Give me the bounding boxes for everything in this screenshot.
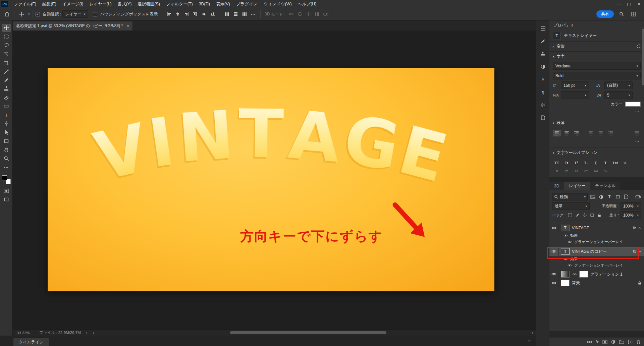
strikethrough-icon[interactable]: T — [601, 160, 609, 166]
blend-mode-dropdown[interactable]: 通常 ▾ — [552, 202, 590, 210]
quick-mask-icon[interactable] — [2, 187, 11, 195]
clone-source-icon[interactable] — [539, 51, 547, 57]
canvas-area[interactable]: V I N T A G E 方向キーで下にずらす — [13, 31, 536, 330]
layer-row-gradient[interactable]: グラデーション 1 — [549, 270, 644, 279]
visibility-eye-icon[interactable] — [549, 224, 559, 232]
menu-filter[interactable]: フィルター(T) — [163, 0, 196, 8]
collapse-effects-icon[interactable] — [638, 250, 641, 252]
all-caps-icon[interactable]: TT — [553, 160, 561, 166]
pen-tool[interactable] — [2, 120, 11, 128]
expand-panels-icon[interactable] — [539, 25, 547, 32]
share-button[interactable]: 共有 — [596, 10, 614, 18]
align-text-right-icon[interactable] — [572, 130, 580, 136]
transform-section-header[interactable]: ▸ 変形 — [549, 42, 644, 51]
align-text-center-icon[interactable] — [562, 130, 571, 136]
justify-last-right-icon[interactable] — [606, 130, 614, 136]
move-tool[interactable] — [2, 24, 11, 32]
lock-all-icon[interactable] — [597, 212, 602, 218]
ordinals-icon[interactable]: 1st — [611, 160, 619, 166]
edit-toolbar-icon[interactable] — [2, 163, 11, 171]
visibility-eye-icon[interactable] — [549, 270, 559, 279]
glyphs-panel-icon[interactable] — [539, 102, 547, 108]
horizontal-scrollbar[interactable] — [230, 331, 386, 334]
contextual-alternates-icon[interactable]: ct — [582, 168, 590, 174]
layer-name[interactable]: グラデーション 1 — [590, 272, 623, 277]
gradient-tool[interactable] — [2, 102, 11, 110]
libraries-panel-icon[interactable] — [539, 114, 547, 121]
tab-3d[interactable]: 3D — [549, 182, 564, 190]
home-icon[interactable] — [3, 10, 11, 18]
leading-dropdown[interactable]: (自動) ▾ — [604, 81, 633, 89]
font-style-dropdown[interactable]: Bold ▾ — [553, 72, 641, 79]
visibility-eye-icon[interactable] — [567, 240, 572, 243]
minimize-button[interactable]: — — [614, 0, 624, 8]
text-color-swatch[interactable] — [625, 102, 641, 107]
gradient-overlay-row[interactable]: グラデーションオーバーレイ — [549, 239, 644, 245]
tab-channels[interactable]: チャンネル — [590, 182, 621, 190]
timeline-menu-icon[interactable]: ≡ — [528, 338, 531, 344]
bounding-box-checkbox[interactable]: . — [93, 12, 97, 16]
effects-row[interactable]: 効果 — [549, 232, 644, 239]
character-section-header[interactable]: ▾ 文字 — [549, 52, 644, 61]
distribute-vertical-icon[interactable] — [231, 10, 240, 18]
layer-filter-dropdown[interactable]: 種類 ▾ — [552, 193, 588, 200]
distribute-spacing-icon[interactable] — [240, 10, 249, 18]
menu-type[interactable]: 書式(Y) — [115, 0, 135, 8]
maximize-button[interactable]: ▢ — [624, 0, 634, 8]
add-layer-style-icon[interactable]: fx — [596, 340, 599, 344]
visibility-eye-icon[interactable] — [563, 234, 568, 237]
zoom-level[interactable]: 33.33% — [17, 331, 30, 335]
new-layer-icon[interactable] — [628, 340, 633, 344]
layer-row-vintage[interactable]: T VINTAGE fx — [549, 224, 644, 232]
status-chevron-icon[interactable]: ‹ — [93, 331, 94, 335]
justify-last-left-icon[interactable] — [587, 130, 595, 136]
menu-edit[interactable]: 編集(E) — [39, 0, 59, 8]
reset-transform-icon[interactable] — [636, 44, 641, 49]
foreground-color-swatch[interactable] — [2, 175, 7, 180]
properties-panel-tab[interactable]: プロパティ — [549, 20, 644, 30]
opacity-dropdown[interactable]: 100% ▾ — [621, 202, 641, 210]
subscript-icon[interactable]: T₁ — [582, 160, 590, 166]
filter-type-layers-icon[interactable]: T — [606, 194, 613, 200]
standard-ligatures-icon[interactable]: fi — [553, 168, 561, 174]
tab-close-icon[interactable]: × — [127, 24, 129, 28]
fill-dropdown[interactable]: 100% ▾ — [621, 211, 641, 219]
marquee-tool[interactable] — [2, 33, 11, 41]
font-size-dropdown[interactable]: 150 pt ▾ — [561, 81, 589, 89]
menu-help[interactable]: ヘルプ(H) — [295, 0, 320, 8]
zoom-tool[interactable] — [2, 155, 11, 163]
font-family-dropdown[interactable]: Verdana ▾ — [553, 62, 641, 70]
align-center-icon[interactable] — [173, 10, 182, 18]
visibility-eye-icon[interactable] — [549, 279, 559, 287]
swash-icon[interactable]: Aa — [592, 168, 600, 174]
paragraph-more-options[interactable]: … — [553, 137, 641, 145]
clone-stamp-tool[interactable] — [2, 85, 11, 93]
filter-toggle-icon[interactable] — [635, 194, 641, 200]
menu-3d[interactable]: 3D(D) — [196, 0, 213, 8]
align-more-icon[interactable] — [249, 10, 258, 18]
brush-tool[interactable] — [2, 76, 11, 84]
lock-position-icon[interactable] — [582, 212, 588, 218]
link-layers-icon[interactable] — [587, 340, 592, 344]
menu-window[interactable]: ウィンドウ(W) — [261, 0, 295, 8]
hand-tool[interactable] — [2, 146, 11, 154]
magic-wand-tool[interactable] — [2, 50, 11, 58]
collapse-effects-icon[interactable] — [638, 227, 641, 229]
lock-pixels-icon[interactable] — [575, 212, 580, 218]
filter-pixel-layers-icon[interactable] — [589, 194, 596, 200]
auto-select-target-dropdown[interactable]: レイヤー ▾ — [62, 10, 88, 18]
crop-tool[interactable] — [2, 59, 11, 67]
paragraph-section-header[interactable]: ▾ 段落 — [549, 118, 644, 128]
menu-view[interactable]: 表示(V) — [213, 0, 233, 8]
eraser-tool[interactable] — [2, 94, 11, 102]
tab-layers[interactable]: レイヤー — [564, 182, 590, 190]
workspace-switcher-icon[interactable] — [629, 10, 638, 18]
underline-icon[interactable]: T — [592, 160, 600, 166]
new-group-icon[interactable] — [619, 340, 624, 344]
layer-row-background[interactable]: 背景 — [549, 279, 644, 287]
small-caps-icon[interactable]: Tt — [562, 160, 571, 166]
eyedropper-tool[interactable] — [2, 67, 11, 75]
auto-select-checkbox[interactable]: ✓ — [36, 12, 40, 16]
lock-transparency-icon[interactable] — [567, 212, 573, 218]
type-options-section-header[interactable]: ▾ 文字ツールオプション — [549, 148, 644, 158]
